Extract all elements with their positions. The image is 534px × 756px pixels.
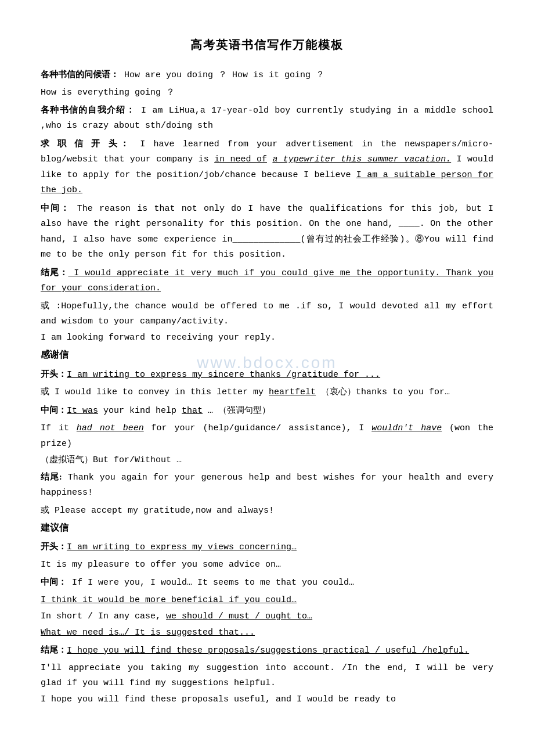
advice-open-alt: It is my pleasure to offer you some advi…: [41, 557, 493, 573]
thanks-heading: 感谢信: [41, 347, 493, 363]
job-end-alt1: 或 :Hopefully,the chance would be offered…: [41, 299, 493, 330]
thanks-or-section: 或 I would like to convey in this letter …: [41, 385, 493, 400]
advice-middle-line2: I think it would be more beneficial if y…: [41, 593, 493, 608]
thanks-end-content: Thank you again for your generous help a…: [41, 473, 493, 498]
thanks-title: 感谢信: [41, 350, 68, 359]
thanks-end-section: 结尾: Thank you again for your generous he…: [41, 469, 493, 501]
greeting-section: 各种书信的问候语： How are you doing ？ How is it …: [41, 67, 493, 83]
thanks-open-label: 开头：: [41, 369, 67, 379]
thanks-or-label: 或 I would like to convey in this letter …: [41, 387, 269, 397]
greeting-content: How are you doing ？ How is it going ？: [119, 70, 324, 80]
advice-end-content: I hope you will find these proposals/sug…: [67, 646, 469, 656]
intro-label: 各种书信的自我介绍：: [41, 105, 135, 114]
thanks-it-was: It was: [67, 406, 98, 416]
advice-middle-content1: If I were you, I would… It seems to me t…: [67, 578, 354, 588]
thanks-that: that: [182, 406, 203, 416]
advice-think-beneficial: I think it would be more beneficial if y…: [41, 595, 297, 605]
greeting-content2: How is everything going ？: [41, 85, 493, 100]
thanks-middle-line2: If it had not been for your (help/guidan…: [41, 421, 493, 452]
thanks-open-section: 开头：I am writing to express my sincere th…: [41, 366, 493, 383]
job-end-section: 结尾： I would appreciate it very much if y…: [41, 265, 493, 297]
thanks-middle-content2: … （强调句型）: [203, 406, 270, 416]
thanks-middle-section: 中间：It was your kind help that … （强调句型）: [41, 402, 493, 419]
intro-section: 各种书信的自我介绍： I am LiHua,a 17-year-old boy …: [41, 102, 493, 134]
thanks-virtual: （虚拟语气）But for/Without …: [41, 453, 493, 468]
thanks-wouldnt-have: wouldn't have: [371, 423, 442, 433]
advice-open-content: I am writing to express my views concern…: [67, 542, 297, 552]
job-end-content: I would appreciate it very much if you c…: [41, 268, 493, 293]
job-need-of: in need of: [214, 154, 267, 164]
job-end-label: 结尾：: [41, 268, 68, 277]
thanks-middle-label: 中间：: [41, 405, 67, 415]
job-label: 求 职 信 开 头：: [41, 139, 132, 148]
advice-end-line3: I hope you will find these proposals use…: [41, 692, 493, 707]
greeting-label: 各种书信的问候语：: [41, 70, 119, 79]
page-container: www.bdocx.com 高考英语书信写作万能模板 各种书信的问候语： How…: [41, 35, 493, 708]
advice-open-section: 开头：I am writing to express my views conc…: [41, 539, 493, 555]
advice-heading: 建议信: [41, 520, 493, 537]
page-title: 高考英语书信写作万能模板: [41, 35, 493, 55]
job-typewriter: a typewriter this summer vacation.: [272, 154, 451, 164]
advice-end-label: 结尾：: [41, 645, 67, 654]
job-middle-label: 中间：: [41, 203, 71, 213]
job-end-alt2: I am looking forward to receiving your r…: [41, 330, 493, 345]
advice-middle-section: 中间： If I were you, I would… It seems to …: [41, 574, 493, 591]
thanks-end-alt: 或 Please accept my gratitude,now and alw…: [41, 503, 493, 519]
thanks-end-label: 结尾:: [41, 472, 62, 481]
advice-open-label: 开头：: [41, 542, 67, 551]
advice-what-we-need: What we need is…/ It is suggested that..…: [41, 628, 255, 638]
job-middle-section: 中间： The reason is that not only do I hav…: [41, 200, 493, 262]
advice-middle-label: 中间：: [41, 577, 67, 586]
job-middle-content: The reason is that not only do I have th…: [41, 204, 493, 260]
advice-middle-line4: What we need is…/ It is suggested that..…: [41, 625, 493, 640]
thanks-heartfelt: heartfelt: [269, 387, 316, 397]
advice-title: 建议信: [41, 523, 68, 532]
thanks-had-not-been: had not been: [77, 423, 144, 433]
advice-middle-line3: In short / In any case, we should / must…: [41, 609, 493, 624]
advice-end-line2: I'll appreciate you taking my suggestion…: [41, 661, 493, 692]
thanks-middle-content1: your kind help: [98, 406, 182, 416]
advice-end-section: 结尾：I hope you will find these proposals/…: [41, 642, 493, 658]
advice-should: we should / must / ought to…: [166, 611, 312, 621]
thanks-or-content: （衷心）thanks to you for…: [316, 387, 450, 397]
job-opening-section: 求 职 信 开 头： I have learned from your adve…: [41, 136, 493, 198]
thanks-open-content: I am writing to express my sincere thank…: [67, 370, 380, 380]
job-content2: [267, 154, 272, 164]
